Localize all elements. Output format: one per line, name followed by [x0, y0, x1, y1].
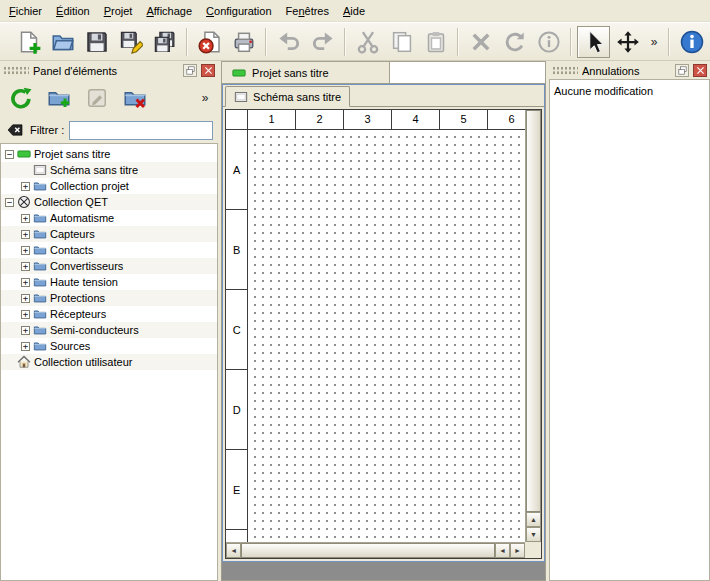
column-headers: 123456 [248, 110, 525, 130]
new-element-button[interactable] [44, 83, 74, 113]
scroll-left-button[interactable]: ◄ [226, 543, 241, 558]
tree-item[interactable]: Schéma sans titre [1, 162, 217, 178]
undo-button[interactable] [272, 26, 305, 58]
new-document-button[interactable] [12, 26, 45, 58]
toolbar-separator [344, 28, 346, 56]
expand-icon[interactable]: + [21, 230, 30, 239]
move-tool-button[interactable] [611, 26, 644, 58]
undo-list-item[interactable]: Aucune modification [554, 83, 705, 98]
tree-item[interactable]: −Projet sans titre [1, 146, 217, 162]
new-element-icon [47, 86, 71, 110]
tree-item-label: Schéma sans titre [50, 164, 138, 176]
left-arrow-icon: ◄ [230, 547, 237, 554]
save-button[interactable] [80, 26, 113, 58]
expand-icon[interactable]: + [21, 310, 30, 319]
tree-item[interactable]: −Collection QET [1, 194, 217, 210]
menu-affichage[interactable]: Affichage [139, 0, 199, 21]
rotate-button[interactable] [498, 26, 531, 58]
dock-grip[interactable] [552, 66, 578, 75]
menu-fenetres[interactable]: Fenêtres [279, 0, 336, 21]
collapse-icon[interactable]: − [5, 198, 14, 207]
expand-icon[interactable]: + [21, 326, 30, 335]
filter-input[interactable] [69, 121, 213, 140]
elements-panel-toolbar: » [0, 79, 218, 117]
copy-button[interactable] [385, 26, 418, 58]
close-file-button[interactable] [193, 26, 226, 58]
elements-panel-titlebar[interactable]: Panel d'éléments [0, 61, 218, 79]
redo-icon [311, 30, 335, 54]
tree-item[interactable]: +Semi-conducteurs [1, 322, 217, 338]
dock-grip[interactable] [3, 66, 29, 75]
delete-element-button[interactable] [120, 83, 150, 113]
diagram-header-corner [226, 110, 248, 130]
tree-item[interactable]: +Récepteurs [1, 306, 217, 322]
folder-icon [33, 339, 47, 353]
horizontal-scrollbar[interactable]: ◄ ◄ ► [226, 542, 525, 558]
open-project-button[interactable] [46, 26, 79, 58]
diagram-canvas[interactable] [248, 130, 525, 542]
print-button[interactable] [227, 26, 260, 58]
tree-item[interactable]: +Haute tension [1, 274, 217, 290]
tree-item[interactable]: +Sources [1, 338, 217, 354]
tree-item[interactable]: +Capteurs [1, 226, 217, 242]
menu-fichier[interactable]: Fichier [2, 0, 49, 21]
tree-item[interactable]: Collection utilisateur [1, 354, 217, 370]
expand-icon[interactable]: + [21, 214, 30, 223]
scroll-up-button[interactable]: ▲ [526, 512, 541, 527]
menu-configuration[interactable]: Configuration [199, 0, 278, 21]
save-as-button[interactable] [114, 26, 147, 58]
clear-filter-button[interactable] [5, 121, 25, 139]
expand-icon[interactable]: + [21, 278, 30, 287]
menu-edition[interactable]: Édition [49, 0, 97, 21]
tab-project[interactable]: Projet sans titre [222, 62, 390, 83]
reload-collections-button[interactable] [6, 83, 36, 113]
edit-element-button[interactable] [82, 83, 112, 113]
row-headers: ABCDE [226, 130, 248, 542]
expand-icon[interactable]: + [21, 246, 30, 255]
toolbar-overflow-button[interactable]: » [645, 26, 663, 58]
about-button[interactable] [675, 26, 708, 58]
info-button[interactable] [532, 26, 565, 58]
expand-icon[interactable]: + [21, 182, 30, 191]
expand-icon[interactable]: + [21, 342, 30, 351]
hscroll-thumb[interactable] [241, 543, 495, 558]
info-blue-icon [680, 30, 704, 54]
expand-icon[interactable]: + [21, 294, 30, 303]
schema-icon [234, 90, 248, 104]
scroll-left2-button[interactable]: ◄ [495, 543, 510, 558]
row-header: D [226, 370, 247, 450]
save-icon [85, 30, 109, 54]
row-header: A [226, 130, 247, 210]
expand-icon[interactable]: + [21, 262, 30, 271]
close-undo-button[interactable] [693, 64, 707, 77]
vertical-scrollbar[interactable]: ▲ ▼ [525, 110, 541, 542]
scroll-down-button[interactable]: ▼ [526, 527, 541, 542]
tree-item[interactable]: +Collection projet [1, 178, 217, 194]
delete-button[interactable] [464, 26, 497, 58]
panel-overflow-button[interactable]: » [198, 83, 212, 113]
tree-item[interactable]: +Automatisme [1, 210, 217, 226]
close-panel-button[interactable] [201, 64, 215, 77]
print-icon [232, 30, 256, 54]
save-all-button[interactable] [148, 26, 181, 58]
menu-projet[interactable]: Projet [97, 0, 140, 21]
collapse-icon[interactable]: − [5, 150, 14, 159]
float-panel-button[interactable] [183, 64, 197, 77]
project-icon [232, 66, 246, 80]
scroll-right-button[interactable]: ► [510, 543, 525, 558]
undo-panel-titlebar[interactable]: Annulations [549, 61, 710, 79]
tree-item[interactable]: +Contacts [1, 242, 217, 258]
cut-button[interactable] [351, 26, 384, 58]
redo-button[interactable] [306, 26, 339, 58]
float-undo-button[interactable] [675, 64, 689, 77]
tree-item[interactable]: +Protections [1, 290, 217, 306]
tab-schema[interactable]: Schéma sans titre [225, 86, 350, 107]
new-document-icon [17, 30, 41, 54]
select-tool-button[interactable] [577, 26, 610, 58]
vscroll-thumb[interactable] [526, 110, 541, 512]
move-icon [616, 30, 640, 54]
tree-item[interactable]: +Convertisseurs [1, 258, 217, 274]
paste-button[interactable] [419, 26, 452, 58]
menu-aide[interactable]: Aide [336, 0, 372, 21]
project-icon [17, 147, 31, 161]
